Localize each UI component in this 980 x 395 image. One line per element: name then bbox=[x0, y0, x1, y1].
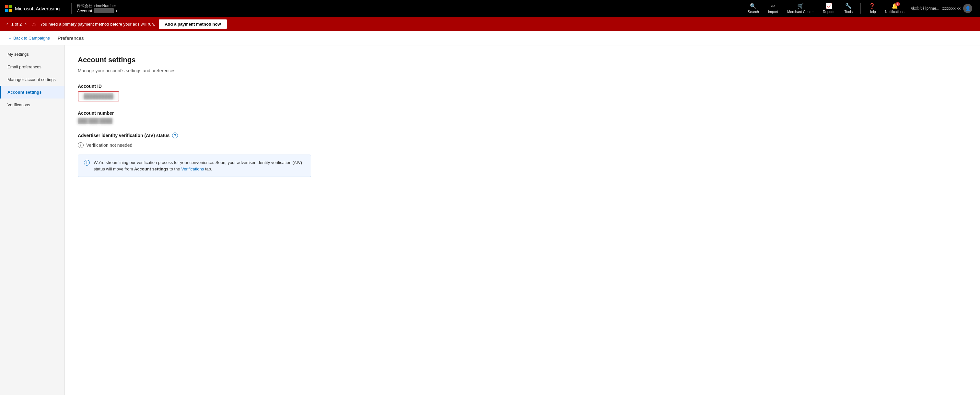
warning-icon: ⚠ bbox=[32, 21, 36, 27]
banner-prev-button[interactable]: ‹ bbox=[5, 21, 10, 27]
reports-icon: 📈 bbox=[826, 3, 832, 9]
sidebar-item-my-settings[interactable]: My settings bbox=[0, 48, 65, 61]
import-nav-item[interactable]: ↩ Import bbox=[764, 2, 782, 15]
reports-nav-item[interactable]: 📈 Reports bbox=[819, 2, 839, 15]
tools-icon: 🔧 bbox=[845, 3, 852, 9]
page-header: ← Back to Campaigns Preferences bbox=[0, 31, 980, 45]
help-icon: ❓ bbox=[869, 3, 875, 9]
tools-nav-item[interactable]: 🔧 Tools bbox=[840, 2, 856, 15]
verification-status-icon: i bbox=[78, 142, 84, 148]
sidebar: My settings Email preferences Manager ac… bbox=[0, 45, 65, 395]
page-header-title: Preferences bbox=[58, 35, 84, 41]
search-nav-item[interactable]: 🔍 Search bbox=[744, 2, 763, 15]
tools-label: Tools bbox=[844, 10, 853, 14]
help-nav-item[interactable]: ❓ Help bbox=[865, 2, 880, 15]
verifications-link[interactable]: Verifications bbox=[181, 167, 204, 171]
info-banner-text: We're streamlining our verification proc… bbox=[94, 159, 305, 172]
account-row: Account ▓▓▓▓▓▓ ▾ bbox=[77, 8, 117, 13]
info-banner: i We're streamlining our verification pr… bbox=[78, 154, 311, 177]
search-icon: 🔍 bbox=[750, 3, 756, 9]
user-company-text: 株式会社prime... bbox=[911, 6, 940, 11]
page-title: Account settings bbox=[78, 56, 967, 64]
search-label: Search bbox=[748, 10, 759, 14]
back-to-campaigns-link[interactable]: ← Back to Campaigns bbox=[8, 36, 50, 40]
aiv-status-group: Advertiser identity verification (AIV) s… bbox=[78, 132, 967, 177]
notifications-nav-item[interactable]: 🔔 1 Notifications bbox=[881, 2, 908, 15]
sidebar-item-account-settings[interactable]: Account settings bbox=[0, 86, 65, 99]
topbar-divider-2 bbox=[861, 3, 861, 14]
warning-text: You need a primary payment method before… bbox=[40, 22, 155, 27]
banner-counter: 1 of 2 bbox=[11, 22, 22, 27]
info-banner-text-mid: to the bbox=[168, 167, 181, 171]
user-name-text: xxxxxxx xx bbox=[942, 6, 961, 11]
account-id-group: Account ID ██████████ bbox=[78, 84, 967, 102]
aiv-label: Advertiser identity verification (AIV) s… bbox=[78, 133, 170, 138]
back-link-label: Back to Campaigns bbox=[13, 36, 50, 40]
account-id-label: Account ID bbox=[78, 84, 967, 89]
topbar-actions: 🔍 Search ↩ Import 🛒 Merchant Center 📈 Re… bbox=[744, 2, 908, 15]
verification-status: i Verification not needed bbox=[78, 142, 967, 148]
reports-label: Reports bbox=[823, 10, 835, 14]
info-banner-text-post: tab. bbox=[204, 167, 212, 171]
sidebar-item-manager-account-settings[interactable]: Manager account settings bbox=[0, 73, 65, 86]
chevron-down-icon: ▾ bbox=[116, 9, 117, 13]
user-avatar: 👤 bbox=[963, 4, 972, 13]
account-number-value: ███ ███ ████ bbox=[78, 118, 967, 123]
account-number-group: Account number ███ ███ ████ bbox=[78, 110, 967, 123]
sidebar-item-email-preferences[interactable]: Email preferences bbox=[0, 61, 65, 73]
page-subtitle: Manage your account's settings and prefe… bbox=[78, 68, 967, 73]
info-banner-bold1: Account settings bbox=[134, 167, 168, 171]
topbar-divider-1 bbox=[71, 3, 72, 14]
add-payment-button[interactable]: Add a payment method now bbox=[159, 19, 226, 29]
topbar: Microsoft Advertising 株式会社primeNumber Ac… bbox=[0, 0, 980, 17]
account-id-value: ██████████ bbox=[78, 91, 119, 102]
notifications-label: Notifications bbox=[885, 10, 905, 14]
account-label: Account bbox=[77, 8, 92, 13]
banner-nav: ‹ 1 of 2 › bbox=[5, 21, 28, 27]
merchant-icon: 🛒 bbox=[797, 3, 804, 9]
notification-badge: 1 bbox=[896, 2, 900, 6]
account-number-label: Account number bbox=[78, 110, 967, 116]
import-icon: ↩ bbox=[771, 3, 775, 9]
brand-name: Microsoft Advertising bbox=[15, 6, 60, 11]
aiv-help-icon[interactable]: ? bbox=[172, 132, 178, 139]
account-id-blurred-value: ██████████ bbox=[84, 93, 113, 99]
microsoft-logo bbox=[5, 5, 12, 12]
company-name: 株式会社primeNumber bbox=[77, 3, 117, 8]
main-layout: My settings Email preferences Manager ac… bbox=[0, 45, 980, 395]
logo-area[interactable]: Microsoft Advertising bbox=[5, 5, 60, 12]
merchant-label: Merchant Center bbox=[787, 10, 814, 14]
user-area[interactable]: 株式会社prime... xxxxxxx xx 👤 bbox=[908, 4, 975, 13]
back-arrow-icon: ← bbox=[8, 36, 12, 40]
merchant-nav-item[interactable]: 🛒 Merchant Center bbox=[783, 2, 818, 15]
help-label: Help bbox=[869, 10, 876, 14]
account-selector[interactable]: 株式会社primeNumber Account ▓▓▓▓▓▓ ▾ bbox=[77, 3, 117, 13]
import-label: Import bbox=[768, 10, 778, 14]
info-banner-icon: i bbox=[84, 160, 90, 166]
notifications-icon: 🔔 1 bbox=[891, 3, 898, 9]
warning-banner: ‹ 1 of 2 › ⚠ You need a primary payment … bbox=[0, 17, 980, 31]
sidebar-item-verifications[interactable]: Verifications bbox=[0, 99, 65, 111]
verification-status-text: Verification not needed bbox=[86, 143, 132, 148]
account-id-blurred: ▓▓▓▓▓▓ bbox=[94, 8, 114, 13]
aiv-title-row: Advertiser identity verification (AIV) s… bbox=[78, 132, 967, 139]
banner-next-button[interactable]: › bbox=[24, 21, 28, 27]
account-number-blurred: ███ ███ ████ bbox=[78, 118, 113, 124]
main-content: Account settings Manage your account's s… bbox=[65, 45, 980, 395]
